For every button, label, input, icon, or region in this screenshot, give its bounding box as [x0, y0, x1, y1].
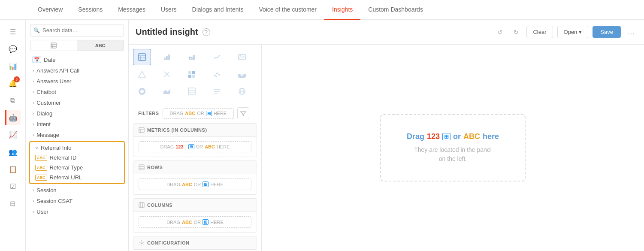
svg-rect-4: [139, 54, 145, 60]
configuration-header: CONFIGURATION: [133, 236, 257, 250]
filter-drop-zone[interactable]: DRAG ABC OR ⊞ HERE: [163, 108, 234, 119]
chart-type-image[interactable]: [233, 49, 251, 65]
viz-empty-title: Drag 123 ⊞ or ABC here: [407, 132, 499, 141]
save-button[interactable]: Save: [593, 26, 621, 38]
list-item-customer[interactable]: › Customer: [26, 97, 128, 108]
sidebar-notifications-icon[interactable]: 🔔 3: [5, 76, 21, 91]
list-item-chatbot[interactable]: › Chatbot: [26, 87, 128, 97]
sidebar-users-icon[interactable]: 👥: [5, 144, 21, 160]
list-item-answers-user[interactable]: › Answers User: [26, 76, 128, 87]
tab-overview[interactable]: Overview: [30, 0, 70, 20]
chevron-down-icon: ▾: [579, 29, 582, 35]
columns-drop-zone[interactable]: DRAG ABC OR ⊞ HERE: [133, 212, 257, 232]
svg-rect-14: [193, 55, 195, 60]
sidebar-home-icon[interactable]: ☰: [5, 24, 21, 39]
columns-zone: COLUMNS DRAG ABC OR ⊞ HERE: [133, 198, 257, 233]
filter-options-button[interactable]: [237, 107, 249, 119]
chart-type-table[interactable]: [133, 49, 151, 65]
abc-type-btn[interactable]: ABC: [77, 40, 124, 51]
expand-arrow: ›: [33, 111, 34, 116]
svg-rect-12: [189, 57, 190, 58]
chart-type-geo[interactable]: [233, 83, 251, 100]
list-item-user[interactable]: › User: [26, 206, 128, 217]
svg-rect-8: [164, 57, 166, 60]
chart-config-panel: FILTERS DRAG ABC OR ⊞ HERE: [129, 45, 262, 251]
table-type-btn[interactable]: [30, 40, 77, 51]
list-item-referral-type[interactable]: ABC Referral Type: [30, 163, 124, 172]
rows-drop-zone[interactable]: DRAG ABC OR ⊞ HERE: [133, 174, 257, 194]
tab-dialogs[interactable]: Dialogs and Intents: [184, 0, 251, 20]
expand-arrow: ›: [33, 188, 34, 193]
svg-rect-30: [188, 88, 195, 95]
abc-badge-referral-url: ABC: [35, 175, 47, 181]
viz-empty-area: Drag 123 ⊞ or ABC here They are located …: [262, 45, 644, 251]
more-button[interactable]: …: [625, 26, 637, 38]
expand-arrow: ›: [33, 68, 34, 73]
list-item-session-csat[interactable]: › Session CSAT: [26, 196, 128, 206]
svg-point-16: [239, 55, 241, 57]
tab-custom[interactable]: Custom Dashboards: [360, 0, 431, 20]
expand-arrow: ›: [33, 133, 34, 137]
collapse-arrow: ∨: [35, 145, 38, 150]
chart-type-grid: [133, 49, 257, 100]
tab-sessions[interactable]: Sessions: [70, 0, 110, 20]
sidebar-copy-icon[interactable]: ⧉: [5, 93, 21, 108]
chart-type-scatter-x[interactable]: [158, 66, 176, 82]
search-input[interactable]: [30, 24, 124, 36]
chart-type-stacked-bar[interactable]: [183, 49, 201, 65]
chart-type-heat[interactable]: [183, 66, 201, 82]
notification-badge: 3: [14, 76, 20, 82]
filter-bar: FILTERS DRAG ABC OR ⊞ HERE: [133, 104, 257, 123]
chart-type-grid-chart[interactable]: [183, 83, 201, 100]
tab-messages[interactable]: Messages: [110, 0, 153, 20]
chart-type-area[interactable]: [158, 83, 176, 100]
svg-rect-22: [188, 75, 191, 78]
page-title: Untitled insight: [136, 27, 198, 37]
clear-button[interactable]: Clear: [526, 26, 553, 38]
metrics-drop-zone[interactable]: DRAG 123 , ⊞ OR ABC HERE: [133, 137, 257, 157]
list-item-session[interactable]: › Session: [26, 185, 128, 196]
filter-or-text: OR: [197, 111, 204, 116]
svg-point-26: [218, 74, 220, 76]
chart-type-pyramid[interactable]: [133, 66, 151, 82]
sidebar-reports-icon[interactable]: 📊: [5, 58, 21, 74]
list-item-referral-url[interactable]: ABC Referral URL: [30, 172, 124, 182]
list-item-referral-info[interactable]: ∨ Referral Info: [30, 143, 124, 153]
viz-empty-box: Drag 123 ⊞ or ABC here They are located …: [380, 114, 526, 181]
sidebar-list-icon[interactable]: 📋: [5, 161, 21, 177]
svg-rect-9: [166, 56, 168, 60]
list-item-message[interactable]: › Message: [26, 130, 128, 140]
open-button[interactable]: Open ▾: [557, 26, 589, 38]
sidebar-grid-icon[interactable]: ⊟: [5, 196, 21, 211]
list-item-intent[interactable]: › Intent: [26, 119, 128, 130]
tab-voice[interactable]: Voice of the customer: [251, 0, 324, 20]
chart-type-bar[interactable]: [158, 49, 176, 65]
content-area: FILTERS DRAG ABC OR ⊞ HERE: [129, 45, 644, 251]
svg-rect-21: [192, 71, 195, 74]
list-item-date[interactable]: 📅 Date: [26, 54, 128, 65]
chart-type-pie[interactable]: [233, 66, 251, 82]
chart-type-scatter[interactable]: [208, 66, 226, 82]
sidebar-tasks-icon[interactable]: ☑: [5, 178, 21, 194]
undo-button[interactable]: ↺: [494, 26, 506, 38]
list-item-dialog[interactable]: › Dialog: [26, 108, 128, 119]
list-item-answers-api[interactable]: › Answers API Call: [26, 65, 128, 76]
metrics-header: METRICS (IN COLUMNS): [133, 124, 257, 137]
tab-insights[interactable]: Insights: [324, 0, 360, 20]
chart-type-donut[interactable]: [133, 83, 151, 100]
abc-badge-referral-type: ABC: [35, 165, 47, 171]
sidebar-chart-icon[interactable]: 📈: [5, 127, 21, 142]
svg-rect-39: [139, 127, 144, 133]
date-icon: 📅: [33, 57, 41, 63]
chart-type-text[interactable]: [208, 83, 226, 100]
sidebar-chat-icon[interactable]: 💬: [5, 41, 21, 57]
list-item-referral-id[interactable]: ABC Referral ID: [30, 153, 124, 163]
redo-button[interactable]: ↻: [510, 26, 522, 38]
rows-header: ROWS: [133, 161, 257, 174]
help-icon[interactable]: ?: [203, 28, 210, 36]
filter-tbl-tag: ⊞: [206, 111, 212, 116]
tab-users[interactable]: Users: [153, 0, 184, 20]
svg-rect-20: [188, 71, 191, 74]
sidebar-robot-icon[interactable]: 🤖: [5, 110, 21, 125]
chart-type-line[interactable]: [208, 49, 226, 65]
